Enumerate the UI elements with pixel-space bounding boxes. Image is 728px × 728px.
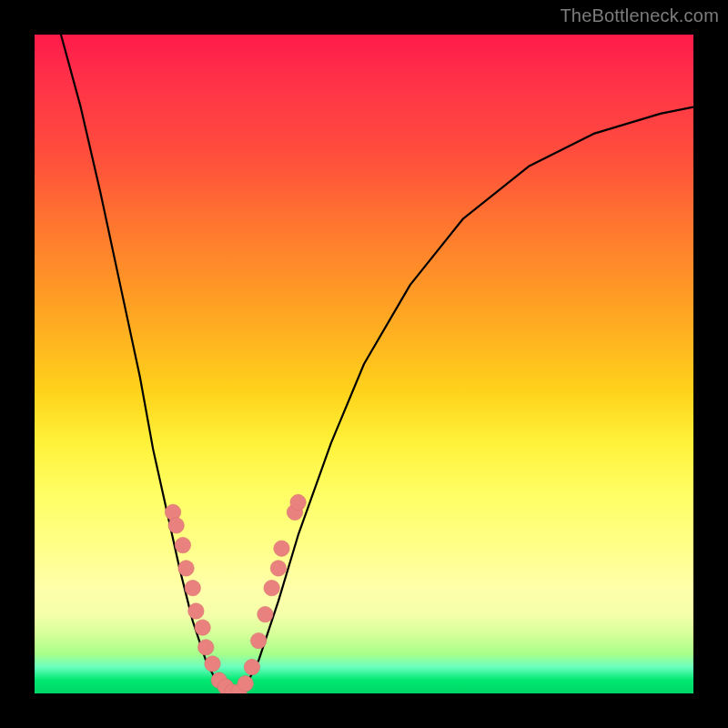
data-marker	[250, 632, 266, 648]
data-marker	[195, 620, 210, 635]
chart-frame: TheBottleneck.com	[0, 0, 728, 728]
data-marker	[205, 656, 220, 672]
data-marker	[270, 561, 286, 576]
data-marker	[185, 580, 200, 595]
data-marker	[178, 561, 194, 576]
data-marker	[264, 580, 279, 595]
data-marker	[274, 541, 289, 556]
bottleneck-curve	[61, 35, 693, 693]
watermark-text: TheBottleneck.com	[560, 5, 719, 26]
plot-area	[35, 35, 693, 693]
data-marker	[168, 518, 184, 533]
data-marker	[175, 537, 190, 552]
data-marker	[290, 494, 306, 510]
data-marker	[198, 640, 214, 655]
chart-svg	[35, 35, 693, 693]
data-marker	[188, 603, 204, 619]
data-marker	[244, 659, 259, 674]
data-marker	[238, 675, 253, 691]
data-marker	[258, 606, 273, 622]
